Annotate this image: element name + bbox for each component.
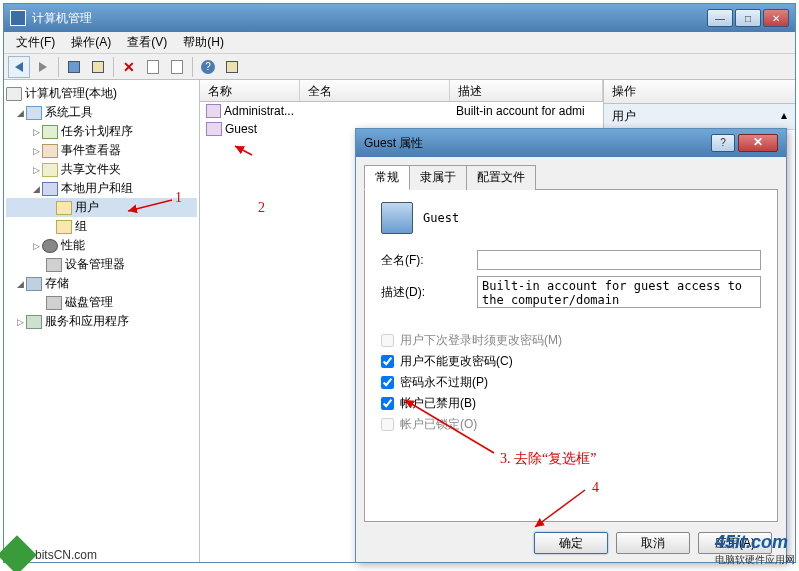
chk-cantchange[interactable]: 用户不能更改密码(C) (381, 353, 761, 370)
menubar: 文件(F) 操作(A) 查看(V) 帮助(H) (4, 32, 795, 54)
tree-services[interactable]: ▷服务和应用程序 (6, 312, 197, 331)
menu-action[interactable]: 操作(A) (63, 34, 119, 51)
col-name[interactable]: 名称 (200, 80, 300, 101)
fullname-label: 全名(F): (381, 252, 477, 269)
tree-perf[interactable]: ▷性能 (6, 236, 197, 255)
dialog-title: Guest 属性 (364, 135, 711, 152)
toolbar: ✕ ? (4, 54, 795, 80)
back-button[interactable] (8, 56, 30, 78)
app-icon (10, 10, 26, 26)
delete-button[interactable]: ✕ (118, 56, 140, 78)
col-fullname[interactable]: 全名 (300, 80, 450, 101)
fullname-input[interactable] (477, 250, 761, 270)
watermark-bottom-left: bitsCN.com (3, 541, 97, 569)
dialog-titlebar[interactable]: Guest 属性 ? ✕ (356, 129, 786, 157)
guest-properties-dialog: Guest 属性 ? ✕ 常规 隶属于 配置文件 Guest 全名(F): 描述… (355, 128, 787, 563)
close-button[interactable]: ✕ (763, 9, 789, 27)
tab-general[interactable]: 常规 (364, 165, 410, 190)
dialog-close-button[interactable]: ✕ (738, 134, 778, 152)
tab-member[interactable]: 隶属于 (409, 165, 467, 190)
chk-noexpire[interactable]: 密码永不过期(P) (381, 374, 761, 391)
tree-localusers[interactable]: ◢本地用户和组 (6, 179, 197, 198)
chk-locked: 帐户已锁定(O) (381, 416, 761, 433)
action-user[interactable]: 用户▴ (604, 104, 795, 130)
cancel-button[interactable]: 取消 (616, 532, 690, 554)
col-desc[interactable]: 描述 (450, 80, 603, 101)
cube-icon (0, 535, 37, 571)
toolbar-icon[interactable] (142, 56, 164, 78)
tree-eventviewer[interactable]: ▷事件查看器 (6, 141, 197, 160)
help-button[interactable]: ? (197, 56, 219, 78)
titlebar[interactable]: 计算机管理 — □ ✕ (4, 4, 795, 32)
toolbar-icon[interactable] (166, 56, 188, 78)
ok-button[interactable]: 确定 (534, 532, 608, 554)
user-icon (381, 202, 413, 234)
tab-panel-general: Guest 全名(F): 描述(D): Built-in account for… (364, 190, 778, 522)
desc-input[interactable]: Built-in account for guest access to the… (477, 276, 761, 308)
tree-users[interactable]: 用户 (6, 198, 197, 217)
tree-devmgr[interactable]: 设备管理器 (6, 255, 197, 274)
maximize-button[interactable]: □ (735, 9, 761, 27)
actions-header: 操作 (604, 80, 795, 104)
menu-help[interactable]: 帮助(H) (175, 34, 232, 51)
username-label: Guest (423, 211, 459, 225)
tree-groups[interactable]: 组 (6, 217, 197, 236)
tree-root[interactable]: 计算机管理(本地) (6, 84, 197, 103)
menu-file[interactable]: 文件(F) (8, 34, 63, 51)
tree-storage[interactable]: ◢存储 (6, 274, 197, 293)
tree-systools[interactable]: ◢系统工具 (6, 103, 197, 122)
chk-mustchange: 用户下次登录时须更改密码(M) (381, 332, 761, 349)
menu-view[interactable]: 查看(V) (119, 34, 175, 51)
toolbar-icon[interactable] (63, 56, 85, 78)
forward-button (32, 56, 54, 78)
dialog-help-button[interactable]: ? (711, 134, 735, 152)
tabs: 常规 隶属于 配置文件 (364, 165, 778, 190)
desc-label: 描述(D): (381, 284, 477, 301)
toolbar-icon[interactable] (87, 56, 109, 78)
tree-tasksched[interactable]: ▷任务计划程序 (6, 122, 197, 141)
window-title: 计算机管理 (32, 10, 92, 27)
list-row-admin[interactable]: Administrat... Built-in account for admi (200, 102, 603, 120)
toolbar-icon[interactable] (221, 56, 243, 78)
tab-profile[interactable]: 配置文件 (466, 165, 536, 190)
tree-shared[interactable]: ▷共享文件夹 (6, 160, 197, 179)
user-icon (206, 122, 222, 136)
tree-diskmgr[interactable]: 磁盘管理 (6, 293, 197, 312)
watermark-bottom-right: 45it.com 电脑软硬件应用网 (715, 532, 795, 567)
user-icon (206, 104, 221, 118)
minimize-button[interactable]: — (707, 9, 733, 27)
chk-disabled[interactable]: 帐户已禁用(B) (381, 395, 761, 412)
tree-pane: 计算机管理(本地) ◢系统工具 ▷任务计划程序 ▷事件查看器 ▷共享文件夹 ◢本… (4, 80, 200, 562)
